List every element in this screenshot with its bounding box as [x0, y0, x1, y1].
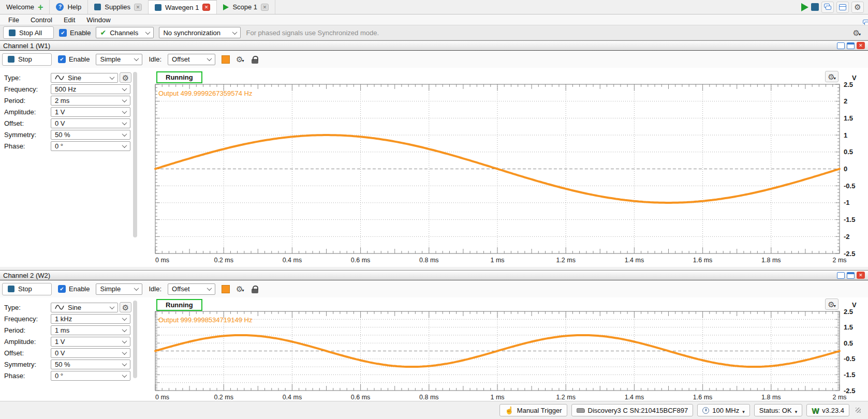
close-icon[interactable]: ✕: [857, 272, 865, 279]
gear-icon: ⚙: [122, 74, 129, 82]
stop-all-button[interactable]: Stop All: [3, 26, 54, 39]
y-axis-label: 0.5: [844, 148, 853, 156]
close-icon[interactable]: ✕: [202, 4, 210, 11]
tab-scope-1[interactable]: Scope 1 ✕: [217, 0, 275, 14]
maximize-icon[interactable]: [847, 42, 855, 49]
menu-edit[interactable]: Edit: [58, 16, 80, 24]
channel2-status-badge: Running: [156, 299, 202, 311]
x-axis-label: 0.6 ms: [351, 394, 371, 401]
field-phase-dropdown[interactable]: 0 °: [51, 141, 130, 151]
channel2-scrollbar[interactable]: [133, 301, 137, 378]
waveforms-window: Welcome + ? Help Supplies ✕ Wavegen 1 ✕ …: [0, 0, 868, 419]
menu-window[interactable]: Window: [81, 16, 115, 24]
close-icon[interactable]: ✕: [134, 4, 142, 11]
cascade-windows-button[interactable]: [821, 2, 834, 13]
x-axis-label: 0.4 ms: [283, 257, 302, 264]
channel2-mode-dropdown[interactable]: Simple: [96, 283, 142, 295]
stop-all-icon[interactable]: [811, 3, 819, 11]
field-period-dropdown[interactable]: 2 ms: [51, 96, 130, 106]
field-row: Symmetry:50 %: [0, 129, 133, 140]
channel1-mode-dropdown[interactable]: Simple: [96, 54, 142, 65]
channel2-enable[interactable]: ✔ Enable: [58, 285, 90, 293]
field-phase-dropdown[interactable]: 0 °: [51, 371, 130, 381]
field-offset-dropdown[interactable]: 0 V: [51, 348, 130, 358]
x-axis-label: 1 ms: [490, 394, 504, 401]
channel1-idle-dropdown[interactable]: Offset: [168, 54, 215, 65]
menu-control[interactable]: Control: [25, 16, 57, 24]
channel2-output-frequency: Output 999.9998534719149 Hz: [158, 316, 252, 324]
chevron-down-icon: [122, 143, 127, 148]
settings-button[interactable]: ⚙: [851, 2, 864, 13]
channels-dropdown[interactable]: ✔ Channels: [96, 27, 154, 38]
channel1-scrollbar[interactable]: [133, 72, 137, 237]
tab-welcome[interactable]: Welcome +: [0, 0, 50, 14]
clock-frequency-button[interactable]: 100 MHz ▾: [697, 404, 750, 416]
field-row: Offset:0 V: [0, 117, 133, 129]
y-axis-label: -0.5: [844, 182, 855, 190]
type-options-button[interactable]: ⚙: [120, 302, 131, 312]
field-period-dropdown[interactable]: 1 ms: [51, 325, 130, 335]
channel1-plot-options-button[interactable]: ⚙▾: [825, 71, 838, 82]
field-type-dropdown[interactable]: Sine: [51, 303, 118, 312]
channel1-color-swatch[interactable]: [222, 55, 230, 64]
master-enable[interactable]: ✔ Enable: [59, 29, 91, 37]
channel1-lock-button[interactable]: [251, 55, 260, 64]
x-axis-label: 1.8 ms: [761, 257, 781, 264]
lock-icon: [252, 59, 258, 64]
chevron-down-icon: [145, 29, 151, 35]
menu-file[interactable]: File: [3, 16, 24, 24]
chevron-down-icon: [110, 74, 115, 80]
channel2-header[interactable]: Channel 2 (W2) ✕: [0, 270, 868, 280]
close-icon[interactable]: ✕: [857, 42, 865, 49]
channel2-options-button[interactable]: ⚙▾: [236, 285, 244, 293]
channel1-title: Channel 1 (W1): [3, 42, 50, 50]
field-label: Symmetry:: [4, 361, 36, 368]
status-button[interactable]: Status: OK ▾: [754, 404, 802, 416]
field-value: 0 V: [55, 119, 119, 127]
sync-hint: For phased signals use Synchronized mode…: [246, 29, 379, 37]
tab-help[interactable]: ? Help: [50, 0, 88, 14]
field-label: Symmetry:: [4, 131, 36, 139]
field-symmetry-dropdown[interactable]: 50 %: [51, 130, 130, 140]
maximize-icon[interactable]: [847, 272, 855, 279]
stop-icon: [8, 56, 14, 63]
field-type-dropdown[interactable]: Sine: [51, 73, 118, 83]
plus-icon: +: [38, 4, 43, 11]
field-value: Sine: [68, 304, 107, 311]
device-button[interactable]: Discovery3 C SN:210415BCF897: [571, 404, 694, 416]
tile-windows-button[interactable]: [836, 2, 849, 13]
resize-grip[interactable]: [856, 408, 861, 413]
hand-icon: ☝: [505, 407, 513, 414]
field-amplitude-dropdown[interactable]: 1 V: [51, 337, 130, 347]
float-icon[interactable]: [837, 272, 845, 279]
close-icon[interactable]: ✕: [261, 4, 269, 11]
clock-label: 100 MHz: [712, 407, 739, 414]
tab-wavegen-1[interactable]: Wavegen 1 ✕: [149, 0, 217, 14]
tab-supplies[interactable]: Supplies ✕: [88, 0, 149, 14]
channel2-stop-button[interactable]: Stop: [2, 283, 52, 295]
channel2-color-swatch[interactable]: [222, 285, 230, 293]
float-icon[interactable]: [837, 42, 845, 49]
field-frequency-dropdown[interactable]: 500 Hz: [51, 84, 130, 94]
channel2-plot-options-button[interactable]: ⚙▾: [825, 298, 838, 310]
manual-trigger-button[interactable]: ☝ Manual Trigger: [499, 404, 567, 416]
synchronization-dropdown[interactable]: No synchronization: [159, 27, 241, 38]
channel1-stop-button[interactable]: Stop: [2, 53, 52, 66]
channel2-idle-dropdown[interactable]: Offset: [168, 283, 215, 295]
field-symmetry-dropdown[interactable]: 50 %: [51, 360, 130, 369]
field-amplitude-dropdown[interactable]: 1 V: [51, 107, 130, 117]
x-axis-label: 0.4 ms: [283, 394, 302, 401]
channel2-lock-button[interactable]: [251, 285, 260, 294]
version-button[interactable]: W v3.23.4: [806, 404, 849, 416]
toolbar-options-button[interactable]: ⚙▾: [853, 28, 865, 37]
mode-value: Simple: [100, 55, 131, 63]
run-all-icon[interactable]: [801, 3, 808, 11]
channel1-enable[interactable]: ✔ Enable: [58, 55, 90, 63]
device-icon: [577, 408, 585, 413]
channel1-options-button[interactable]: ⚙▾: [236, 55, 244, 64]
field-row: Phase:0 °: [0, 140, 133, 152]
field-frequency-dropdown[interactable]: 1 kHz: [51, 314, 130, 324]
channel1-header[interactable]: Channel 1 (W1) ✕: [0, 40, 868, 51]
type-options-button[interactable]: ⚙: [120, 72, 131, 83]
field-offset-dropdown[interactable]: 0 V: [51, 118, 130, 128]
